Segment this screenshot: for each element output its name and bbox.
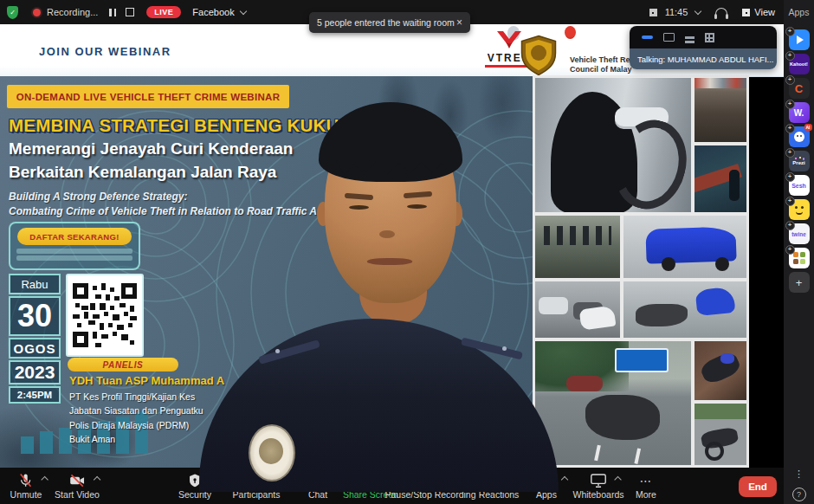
add-app-icon[interactable]: + bbox=[785, 75, 795, 85]
add-app-icon[interactable]: + bbox=[785, 221, 795, 230]
app-icon-prezi[interactable]: Prezi+ bbox=[789, 151, 810, 171]
face-icon bbox=[794, 132, 804, 142]
app-icon-twine[interactable]: twine+ bbox=[789, 223, 810, 244]
participants-button[interactable]: 377 Participants bbox=[233, 471, 281, 500]
kahoot-label: Kahoot! bbox=[790, 61, 808, 67]
app-icon-coda[interactable]: C+ bbox=[789, 78, 810, 99]
chevron-down-icon[interactable] bbox=[694, 8, 701, 15]
unmute-label: Unmute bbox=[10, 489, 42, 500]
register-box: DAFTAR SEKARANG! bbox=[9, 222, 140, 270]
pause-recording-icon[interactable] bbox=[413, 473, 428, 488]
pause-stop-recording-button[interactable]: Pause/Stop Recording bbox=[384, 471, 475, 500]
app-icon-send[interactable]: + bbox=[789, 29, 810, 50]
smiley-icon bbox=[793, 204, 805, 216]
add-app-icon[interactable]: + bbox=[785, 148, 795, 158]
view-grid-icon bbox=[742, 9, 750, 16]
minimize-view-icon[interactable] bbox=[642, 36, 653, 39]
sidebar-more-options-icon[interactable]: ⋮ bbox=[784, 468, 814, 480]
w-label: W. bbox=[794, 108, 804, 118]
unmute-button[interactable]: Unmute bbox=[10, 471, 42, 500]
chevron-up-icon[interactable] bbox=[514, 476, 521, 483]
photo-blue-car-debris bbox=[623, 281, 746, 338]
reactions-label: Reactions bbox=[479, 489, 520, 500]
speaker-view-icon[interactable] bbox=[663, 33, 675, 42]
panelist-details: YDH Tuan ASP Muhammad A PT Kes Profil Ti… bbox=[69, 374, 224, 444]
chevron-up-icon[interactable] bbox=[94, 476, 100, 483]
end-meeting-button[interactable]: End bbox=[739, 476, 777, 497]
poster-title: MEMBINA STRATEGI BENTENG KUKUH bbox=[9, 115, 352, 136]
apps-list: + Kahoot!+ C+ W.+ AI+ Prezi+ Sesh+ + twi… bbox=[784, 29, 814, 293]
live-stream-target-label[interactable]: Facebook bbox=[192, 7, 234, 17]
encryption-shield-icon[interactable]: ✓ bbox=[7, 6, 18, 19]
chevron-up-icon[interactable] bbox=[333, 476, 340, 483]
app-icon-kahoot[interactable]: Kahoot!+ bbox=[789, 54, 810, 74]
join-webinar-heading: JOIN OUR WEBINAR bbox=[39, 45, 171, 58]
vtrec-crest-logo bbox=[565, 26, 576, 39]
stacked-view-icon[interactable] bbox=[685, 36, 694, 39]
gallery-view-icon[interactable] bbox=[705, 33, 714, 42]
meeting-info-icon[interactable] bbox=[649, 9, 657, 16]
on-demand-banner: ON-DEMAND LIVE VEHICLE THEFT CRIME WEBIN… bbox=[7, 85, 289, 108]
app-icon-w[interactable]: W.+ bbox=[789, 102, 810, 123]
apps-button[interactable]: Apps bbox=[536, 471, 557, 500]
chat-button[interactable]: Chat bbox=[308, 471, 327, 500]
sesh-label: Sesh bbox=[791, 183, 806, 189]
add-app-icon[interactable]: + bbox=[785, 100, 795, 109]
photo-masked-car-thief bbox=[535, 78, 691, 212]
view-button[interactable]: View bbox=[742, 7, 775, 17]
chevron-up-icon[interactable] bbox=[614, 476, 621, 483]
event-year: 2023 bbox=[9, 360, 61, 384]
panelist-name: YDH Tuan ASP Muhammad A bbox=[69, 374, 224, 387]
add-app-icon[interactable]: + bbox=[785, 172, 795, 182]
registration-link-line bbox=[16, 255, 132, 261]
security-button[interactable]: Security bbox=[178, 471, 211, 500]
app-icon-sesh[interactable]: Sesh+ bbox=[789, 175, 810, 196]
add-more-apps-button[interactable]: + bbox=[789, 272, 810, 293]
photo-crashed-blue-car bbox=[623, 216, 746, 278]
ellipsis-icon: ⋯ bbox=[640, 476, 653, 485]
gold-shield-badge-logo bbox=[518, 35, 559, 80]
chevron-up-icon[interactable] bbox=[295, 476, 302, 483]
reactions-button[interactable]: Reactions bbox=[479, 471, 520, 500]
chevron-up-icon[interactable] bbox=[561, 476, 568, 483]
stop-recording-icon[interactable] bbox=[433, 473, 448, 488]
chevron-down-icon[interactable] bbox=[239, 8, 246, 15]
app-icon-smiley[interactable]: + bbox=[789, 199, 810, 220]
stop-recording-icon[interactable] bbox=[126, 8, 134, 16]
panelis-label: PANELIS bbox=[68, 358, 178, 372]
start-video-button[interactable]: Start Video bbox=[55, 471, 100, 500]
poster-english-line-2: Combating Crime of Vehicle Theft in Rela… bbox=[9, 205, 317, 217]
add-app-icon[interactable]: + bbox=[785, 245, 795, 255]
app-icon-ai-assistant[interactable]: AI+ bbox=[789, 126, 810, 147]
live-badge: LIVE bbox=[146, 6, 181, 18]
check-glyph: ✓ bbox=[10, 9, 16, 16]
photo-detail bbox=[585, 395, 660, 440]
help-button[interactable]: ? bbox=[784, 485, 814, 501]
toast-message: 5 people entered the waiting room bbox=[317, 17, 455, 28]
more-button[interactable]: ⋯ More bbox=[636, 471, 656, 500]
add-app-icon[interactable]: + bbox=[785, 124, 795, 133]
app-icon-color-grid[interactable]: + bbox=[789, 248, 810, 268]
recording-status-label: Recording... bbox=[47, 7, 98, 17]
event-month: OGOS bbox=[9, 338, 61, 359]
view-switcher-bar bbox=[630, 26, 777, 48]
microphone-muted-icon bbox=[17, 472, 35, 489]
photo-seized-motorcycles bbox=[694, 78, 746, 142]
registration-link-line bbox=[16, 249, 132, 254]
coda-label: C bbox=[795, 82, 803, 95]
poster-english-line-1: Building A Strong Defence Strategy: bbox=[9, 191, 187, 203]
add-app-icon[interactable]: + bbox=[785, 51, 795, 61]
waiting-room-toast[interactable]: 5 people entered the waiting room × bbox=[309, 12, 470, 33]
color-grid-icon bbox=[793, 252, 805, 264]
close-icon[interactable]: × bbox=[456, 16, 462, 29]
register-now-button[interactable]: DAFTAR SEKARANG! bbox=[17, 228, 132, 245]
whiteboards-label: Whiteboards bbox=[573, 489, 624, 500]
add-app-icon[interactable]: + bbox=[785, 27, 795, 36]
photo-highway-accident bbox=[535, 341, 691, 465]
add-app-icon[interactable]: + bbox=[785, 197, 795, 206]
chevron-up-icon[interactable] bbox=[42, 476, 48, 483]
headset-icon[interactable] bbox=[715, 8, 727, 16]
pause-recording-icon[interactable] bbox=[109, 9, 116, 16]
whiteboards-button[interactable]: Whiteboards bbox=[573, 471, 624, 500]
poster-subtitle-2: Berkaitan Kemalangan Jalan Raya bbox=[9, 163, 276, 182]
